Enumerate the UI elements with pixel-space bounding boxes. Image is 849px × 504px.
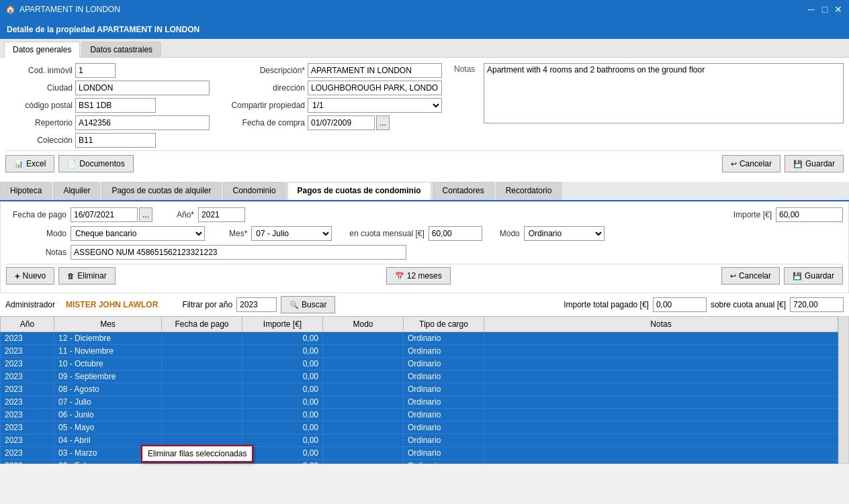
importe-total-input[interactable] xyxy=(653,297,707,312)
th-amount: Importe [€] xyxy=(242,317,323,332)
filtrar-year-input[interactable] xyxy=(236,297,277,312)
payment-table: Año Mes Fecha de pago Importe [€] Modo T… xyxy=(0,316,838,464)
repertorio-label: Repertorio xyxy=(5,118,73,128)
tab-datos-catastrales[interactable]: Datos catastrales xyxy=(81,42,161,57)
tab-hipoteca[interactable]: Hipoteca xyxy=(0,182,52,200)
eliminar-button[interactable]: Eliminar xyxy=(58,267,115,285)
main-tab-bar: Hipoteca Alquiler Pagos de cuotas de alq… xyxy=(0,182,849,201)
ciudad-label: Ciudad xyxy=(5,83,73,93)
table-row[interactable]: 202310 - Octubre0,00Ordinario xyxy=(1,358,838,370)
modo-ordinario-label: Modo xyxy=(500,229,520,238)
cancel-icon-pf xyxy=(730,271,736,281)
table-row[interactable]: 202307 - Julio0,00Ordinario xyxy=(1,396,838,409)
cuota-anual-input[interactable] xyxy=(790,297,844,312)
table-scrollbar[interactable] xyxy=(838,316,849,464)
nuevo-button[interactable]: Nuevo xyxy=(6,267,54,285)
tab-datos-generales[interactable]: Datos generales xyxy=(4,42,80,58)
payment-form: Fecha de pago ... Año* Importe [€] Modo … xyxy=(0,201,849,293)
main-toolbar: Excel Documentos Cancelar Guardar xyxy=(5,150,844,177)
guardar-button-top[interactable]: Guardar xyxy=(785,155,844,172)
payment-action-row: Nuevo Eliminar 12 meses Cancelar Guardar xyxy=(6,264,843,287)
notas-textarea[interactable]: Apartment with 4 rooms and 2 bathrooms o… xyxy=(484,63,844,123)
title-bar: 🏠 APARTAMENT IN LONDON ─ □ ✕ xyxy=(0,0,849,19)
fecha-pago-input[interactable] xyxy=(71,207,138,222)
th-notes: Notas xyxy=(484,317,838,332)
tab-recordatorio[interactable]: Recordatorio xyxy=(496,182,562,200)
filtrar-label: Filtrar por año xyxy=(182,300,232,309)
table-row[interactable]: 202302 - Febrero0,00Ordinario xyxy=(1,460,838,464)
cod-label: Cod. inmóvil xyxy=(5,66,73,75)
table-row[interactable]: 202311 - Noviembre0,00Ordinario xyxy=(1,345,838,358)
notas-pf-label: Notas xyxy=(6,248,66,257)
mes-select[interactable]: 07 - Julio xyxy=(251,226,332,241)
trash-icon xyxy=(67,271,75,281)
importe-total-label: Importe total pagado [€] xyxy=(564,300,649,309)
modo-ordinario-select[interactable]: Ordinario xyxy=(524,226,605,241)
restore-button[interactable]: □ xyxy=(819,4,830,15)
context-menu[interactable]: Eliminar filas seleccionadas xyxy=(141,445,253,462)
documentos-button[interactable]: Documentos xyxy=(58,155,133,172)
table-row[interactable]: 202304 - Abril0,00Ordinario xyxy=(1,434,838,447)
cp-input[interactable] xyxy=(75,98,156,113)
descripcion-input[interactable] xyxy=(308,63,442,78)
tab-condominio[interactable]: Condominio xyxy=(223,182,286,200)
tab-pagos-alquiler[interactable]: Pagos de cuotas de alquiler xyxy=(101,182,221,200)
guardar-button-pf[interactable]: Guardar xyxy=(784,267,843,285)
fecha-compra-label: Fecha de compra xyxy=(218,118,305,128)
table-row[interactable]: 202312 - Diciembre0,00Ordinario xyxy=(1,332,838,345)
ciudad-input[interactable] xyxy=(75,81,210,95)
th-mode: Modo xyxy=(323,317,404,332)
cuota-mensual-input[interactable] xyxy=(429,226,482,241)
repertorio-input[interactable] xyxy=(75,115,210,130)
doce-meses-button[interactable]: 12 meses xyxy=(386,267,451,285)
tab-alquiler[interactable]: Alquiler xyxy=(53,182,100,200)
administrador-label: Administrador xyxy=(5,300,55,309)
direccion-input[interactable] xyxy=(308,81,442,95)
cancelar-button-pf[interactable]: Cancelar xyxy=(721,267,780,285)
table-row[interactable]: 202303 - Marzo0,00Ordinario xyxy=(1,447,838,460)
tab-pagos-condominio[interactable]: Pagos de cuotas de condominio xyxy=(287,182,431,200)
table-row[interactable]: 202309 - Septiembre0,00Ordinario xyxy=(1,370,838,383)
table-row[interactable]: 202305 - Mayo0,00Ordinario xyxy=(1,421,838,434)
context-menu-label[interactable]: Eliminar filas seleccionadas xyxy=(148,449,247,458)
fecha-compra-input[interactable] xyxy=(308,115,375,130)
admin-name: MISTER JOHN LAWLOR xyxy=(66,300,158,309)
importe-input[interactable] xyxy=(776,207,843,222)
minimize-button[interactable]: ─ xyxy=(806,4,817,15)
page-header: Detalle de la propiedad APARTAMENT IN LO… xyxy=(0,19,849,39)
modo-select[interactable]: Cheque bancario xyxy=(71,226,205,241)
compartir-select[interactable]: 1/1 xyxy=(308,98,442,113)
th-date: Fecha de pago xyxy=(162,317,242,332)
save-icon-pf xyxy=(793,271,802,281)
excel-button[interactable]: Excel xyxy=(5,155,54,172)
fecha-pago-label: Fecha de pago xyxy=(6,210,66,219)
ano-input[interactable] xyxy=(198,207,245,222)
buscar-button[interactable]: Buscar xyxy=(281,296,335,313)
tab-contadores[interactable]: Contadores xyxy=(433,182,494,200)
top-tab-bar: Datos generales Datos catastrales xyxy=(0,39,849,58)
cancel-icon xyxy=(731,159,737,168)
close-button[interactable]: ✕ xyxy=(833,4,844,15)
title-bar-text: APARTAMENT IN LONDON xyxy=(19,5,120,14)
th-month: Mes xyxy=(54,317,162,332)
coleccion-input[interactable] xyxy=(75,133,156,148)
general-form: Cod. inmóvil Ciudad código postal Repert… xyxy=(0,58,849,182)
th-type: Tipo de cargo xyxy=(404,317,484,332)
doc-icon xyxy=(67,159,77,168)
notas-pf-input[interactable] xyxy=(71,245,406,260)
admin-row: Administrador MISTER JOHN LAWLOR Filtrar… xyxy=(0,293,849,316)
plus-icon xyxy=(15,271,20,281)
fecha-pago-picker[interactable]: ... xyxy=(139,207,152,222)
cuota-anual-label: sobre cuota anual [€] xyxy=(711,300,786,309)
data-table-wrap: Año Mes Fecha de pago Importe [€] Modo T… xyxy=(0,316,849,464)
cancelar-button-top[interactable]: Cancelar xyxy=(722,155,780,172)
notas-label: Notas xyxy=(454,63,481,150)
cod-input[interactable] xyxy=(75,63,116,78)
cp-label: código postal xyxy=(5,101,73,110)
table-row[interactable]: 202308 - Agosto0,00Ordinario xyxy=(1,383,838,396)
compartir-label: Compartir propiedad xyxy=(218,101,305,110)
coleccion-label: Colección xyxy=(5,136,73,145)
save-icon xyxy=(793,159,803,168)
fecha-compra-picker[interactable]: ... xyxy=(376,115,390,130)
table-row[interactable]: 202306 - Junio0,00Ordinario xyxy=(1,409,838,421)
